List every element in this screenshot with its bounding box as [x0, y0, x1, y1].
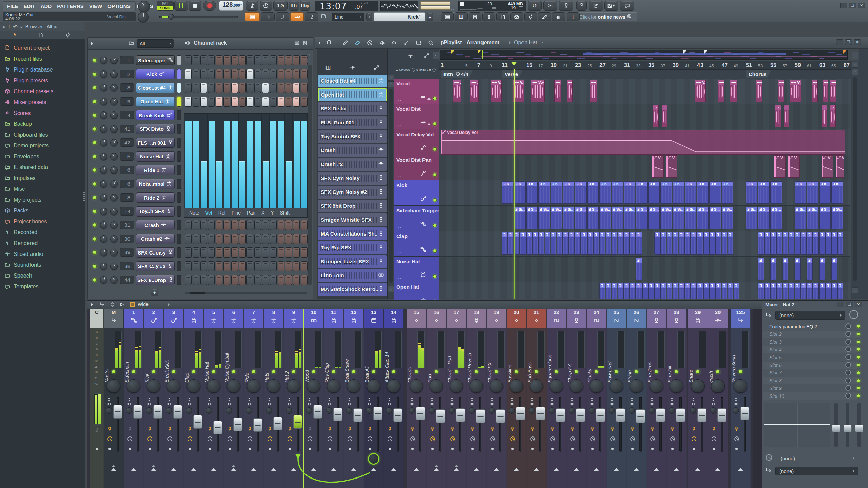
route-arrows[interactable]: [124, 468, 143, 471]
clock-icon[interactable]: [530, 436, 535, 443]
picker-sample-sfx-8bit-drop[interactable]: SFX 8bit Drop: [318, 200, 387, 212]
pan-arrows[interactable]: [367, 403, 371, 405]
rack-vscroll-up2[interactable]: ⌃: [307, 58, 312, 63]
channel-button[interactable]: FLS_..n 001: [136, 138, 175, 148]
automation-clip[interactable]: V..: [822, 155, 833, 178]
mixer-track-header[interactable]: 5: [204, 309, 223, 328]
step-cell[interactable]: [193, 69, 199, 79]
playlist-timeline-ruler[interactable]: 1711151923273135394347515559636759172125…: [439, 61, 851, 70]
pan-arrows[interactable]: [734, 403, 738, 405]
track-header-clap[interactable]: Clap...: [394, 231, 439, 257]
mixer-pan-knob[interactable]: [550, 379, 563, 393]
mixer-small-knob[interactable]: [489, 407, 495, 414]
pattern-clip[interactable]: ƎK..: [551, 181, 562, 204]
mixer-track-header[interactable]: 22: [547, 309, 566, 328]
mixer-pan-knob[interactable]: [367, 379, 380, 393]
mixer-track-break-kick[interactable]: 3Break Kick: [164, 309, 184, 488]
fx-lamp-icon[interactable]: [570, 427, 575, 433]
mixer-track-header[interactable]: 15: [407, 309, 426, 328]
audio-clip[interactable]: ⭢⭢: [775, 105, 781, 127]
channel-target-number[interactable]: 14: [120, 207, 134, 216]
pattern-clip[interactable]: Ǝ: [587, 232, 593, 255]
playlist-clip-area[interactable]: ⭢⭢..l⭢⭢..l⭢⭢V..l⭢⭢V..al⭢⭢Vocal⭢⭢⭢⭢⭢⭢⭢⭢V.…: [439, 79, 850, 299]
step-cell[interactable]: [193, 247, 199, 258]
track-options-dots[interactable]: ...: [396, 148, 402, 152]
audio-clip[interactable]: ⭢⭢: [756, 80, 762, 102]
clock-icon[interactable]: [367, 436, 373, 443]
slice-tool-button[interactable]: [403, 40, 409, 47]
channel-selector[interactable]: [177, 192, 181, 203]
pattern-clip[interactable]: Ǝ: [825, 283, 831, 299]
step-cell[interactable]: [285, 234, 292, 244]
step-cell[interactable]: [278, 275, 284, 285]
clock-icon[interactable]: [167, 436, 173, 443]
mixer-mute-led[interactable]: [212, 370, 216, 374]
picker-sample-crash-2[interactable]: Crash #2: [318, 158, 387, 171]
picker-sample-fls-gun-001[interactable]: FLS_Gun 001: [318, 116, 387, 129]
step-cell[interactable]: [239, 220, 246, 230]
channel-button[interactable]: SFX C..oisy: [136, 247, 175, 258]
track-lane-open-hat[interactable]: ƎƎƎƎƎƎƎƎƎƎƎƎƎƎƎƎƎƎƎƎƎƎƎƎƎƎƎƎƎƎƎƎƎƎƎƎƎ: [439, 282, 850, 299]
step-cell[interactable]: [270, 83, 277, 93]
mixer-small-knob[interactable]: [690, 407, 696, 414]
browser-item-project-bones[interactable]: Project bones: [5, 216, 83, 226]
pattern-clip[interactable]: Ǝ: [807, 283, 813, 299]
step-cell[interactable]: [293, 234, 300, 244]
route-arrows[interactable]: [384, 468, 403, 471]
picker-sample-sfx-disto[interactable]: SFX Disto: [318, 102, 387, 115]
pan-arrows[interactable]: [147, 403, 151, 405]
mixer-fader[interactable]: [317, 397, 319, 452]
pattern-clip[interactable]: ƎSi..: [697, 207, 709, 229]
master-pitch-rail[interactable]: [159, 16, 238, 18]
step-cell[interactable]: [185, 55, 192, 65]
mixer-track-hat-2[interactable]: 9Hat 2: [284, 309, 304, 488]
step-cell[interactable]: [254, 275, 261, 285]
step-cell[interactable]: [270, 55, 277, 65]
picker-scroll-track[interactable]: [389, 89, 393, 283]
save-render-button[interactable]: [604, 1, 618, 11]
pan-arrows[interactable]: [267, 403, 271, 405]
magnet-icon-button[interactable]: [327, 40, 331, 44]
channel-selector[interactable]: [177, 165, 181, 175]
stereo-sep-arrows[interactable]: [411, 398, 413, 401]
mixer-track-crash[interactable]: 30crash: [708, 309, 728, 488]
mixer-track-chord-fx[interactable]: 19Chord FX: [487, 309, 507, 488]
pattern-clip[interactable]: Ǝ: [618, 283, 624, 299]
pattern-clip[interactable]: Ǝ: [807, 258, 813, 280]
pattern-clip[interactable]: ƎSi..: [636, 207, 648, 229]
mixer-track-chord-pad[interactable]: 17Chord + Pad: [447, 309, 467, 488]
step-cell[interactable]: [301, 220, 308, 230]
mixer-pan-knob[interactable]: [450, 379, 463, 393]
graph-tab-fine[interactable]: Fine: [232, 210, 241, 216]
mixer-fader-handle[interactable]: [273, 417, 282, 430]
step-cell[interactable]: [193, 83, 199, 93]
fx-lamp-icon[interactable]: [650, 427, 655, 433]
track-header-vocal-dist-pan[interactable]: Vocal Dist Pan...: [394, 155, 439, 180]
step-cell[interactable]: [246, 234, 253, 244]
mixer-fader[interactable]: [559, 397, 561, 452]
channel-target-number[interactable]: 1: [120, 56, 134, 64]
menu-patterns[interactable]: PATTERNS: [57, 3, 84, 9]
stereo-sep-arrows[interactable]: [148, 398, 151, 401]
step-cell[interactable]: [231, 220, 238, 230]
mixer-fader-handle[interactable]: [193, 415, 202, 429]
pattern-clip[interactable]: ƎK..: [746, 181, 757, 204]
channel-button[interactable]: Crash #2: [136, 234, 175, 244]
track-led[interactable]: [433, 173, 437, 177]
mixer-mute-led[interactable]: [716, 370, 720, 374]
route-arrows[interactable]: [627, 468, 646, 471]
mixer-mute-led[interactable]: [474, 370, 478, 374]
browser-item-templates[interactable]: Templates: [5, 281, 83, 291]
step-cell[interactable]: [223, 83, 230, 93]
clock-icon[interactable]: [510, 436, 515, 443]
fx-lamp-icon[interactable]: [450, 427, 455, 433]
channel-volume-knob[interactable]: [110, 153, 118, 160]
pattern-clip[interactable]: Ǝ: [630, 283, 636, 299]
pattern-clip[interactable]: Ǝ: [624, 283, 630, 299]
pattern-clip[interactable]: ƎSi..: [807, 207, 818, 229]
pattern-clip[interactable]: ƎSi..: [770, 207, 782, 229]
step-cell[interactable]: [193, 220, 199, 230]
clock-icon[interactable]: [327, 436, 333, 443]
clock-icon[interactable]: [610, 436, 615, 443]
mixer-track-header[interactable]: 14: [384, 309, 403, 328]
